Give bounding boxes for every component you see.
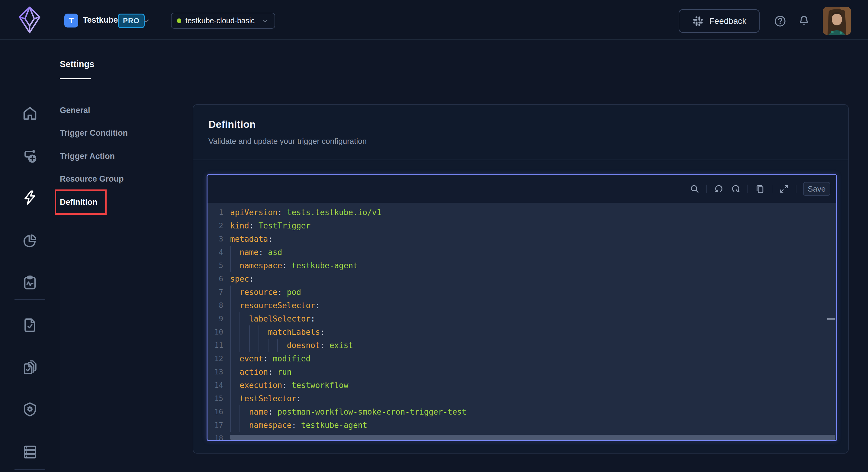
code-line: 1apiVersion: tests.testkube.io/v1 <box>208 206 836 219</box>
card-divider <box>193 159 848 160</box>
code-line: 14execution: testworkflow <box>208 379 836 392</box>
settings-tab[interactable]: Settings <box>60 59 94 69</box>
env-name: testkube-cloud-basic <box>185 16 257 25</box>
org-chevron-down-icon[interactable] <box>142 17 150 25</box>
redo-icon[interactable] <box>731 184 741 194</box>
code-line: 8resourceSelector: <box>208 299 836 312</box>
code-line: 3metadata: <box>208 232 836 246</box>
sources-server-icon[interactable] <box>22 444 38 460</box>
plan-badge: PRO <box>118 13 145 28</box>
org-avatar[interactable]: T <box>64 13 78 28</box>
code-line: 16name: postman-workflow-smoke-cron-trig… <box>208 405 836 418</box>
undo-icon[interactable] <box>714 184 724 194</box>
toolbar-separator <box>747 185 748 193</box>
help-icon[interactable] <box>774 15 786 28</box>
search-icon[interactable] <box>689 184 700 194</box>
test-suites-docs-icon[interactable] <box>22 359 38 375</box>
toolbar-separator <box>796 185 797 193</box>
code-line: 2kind: TestTrigger <box>208 219 836 232</box>
tests-doc-check-icon[interactable] <box>22 317 38 333</box>
environment-selector[interactable]: testkube-cloud-basic <box>171 13 275 29</box>
triggers-lightning-icon[interactable] <box>22 189 38 206</box>
env-chevron-down-icon <box>261 17 269 25</box>
code-lines: 1apiVersion: tests.testkube.io/v12kind: … <box>208 203 836 441</box>
code-line: 12event: modified <box>208 352 836 365</box>
copy-icon[interactable] <box>755 184 765 194</box>
yaml-editor[interactable]: Save 1apiVersion: tests.testkube.io/v12k… <box>207 174 837 441</box>
org-name[interactable]: Testkube <box>83 0 118 40</box>
code-line: 13action: run <box>208 365 836 379</box>
settings-nav-item-general[interactable]: General <box>60 105 90 115</box>
health-clipboard-pulse-icon[interactable] <box>22 274 38 291</box>
settings-nav-item-resource-group[interactable]: Resource Group <box>60 174 124 184</box>
sidebar <box>0 40 60 472</box>
sidebar-divider <box>14 299 45 300</box>
code-line: 4name: asd <box>208 246 836 259</box>
overview-cursor-marker <box>827 318 835 320</box>
trigger-create-icon[interactable] <box>22 148 38 165</box>
testkube-dashboard: T Testkube PRO testkube-cloud-basic Feed… <box>0 0 868 472</box>
settings-nav-item-trigger-action[interactable]: Trigger Action <box>60 151 115 161</box>
user-avatar[interactable] <box>823 7 851 35</box>
toolbar-separator <box>772 185 772 193</box>
expand-icon[interactable] <box>779 184 789 194</box>
code-line: 9labelSelector: <box>208 312 836 325</box>
definition-highlight-box <box>55 189 106 215</box>
code-line: 5namespace: testkube-agent <box>208 259 836 272</box>
executors-shield-gear-icon[interactable] <box>22 401 38 418</box>
save-button[interactable]: Save <box>803 182 830 196</box>
code-line: 6spec: <box>208 272 836 286</box>
testkube-logo[interactable] <box>17 6 42 34</box>
topbar: T Testkube PRO testkube-cloud-basic Feed… <box>0 0 868 40</box>
definition-card: Definition Validate and update your trig… <box>193 104 849 453</box>
code-line: 7resource: pod <box>208 286 836 299</box>
settings-nav-item-trigger-condition[interactable]: Trigger Condition <box>60 128 128 138</box>
horizontal-scrollbar[interactable] <box>230 435 835 440</box>
insights-pie-icon[interactable] <box>22 233 38 249</box>
feedback-button[interactable]: Feedback <box>679 9 760 33</box>
settings-tab-underline <box>60 78 91 79</box>
code-line: 17namespace: testkube-agent <box>208 418 836 432</box>
notifications-bell-icon[interactable] <box>798 15 810 28</box>
slack-icon <box>692 15 704 27</box>
card-subtitle: Validate and update your trigger configu… <box>208 137 367 146</box>
editor-toolbar: Save <box>208 175 836 203</box>
home-icon[interactable] <box>22 106 38 122</box>
feedback-label: Feedback <box>709 16 747 26</box>
card-title: Definition <box>208 118 256 130</box>
code-line: 15testSelector: <box>208 392 836 405</box>
sidebar-divider <box>14 469 45 470</box>
code-line: 11doesnot: exist <box>208 339 836 352</box>
code-editor-area[interactable]: 1apiVersion: tests.testkube.io/v12kind: … <box>208 203 836 441</box>
toolbar-separator <box>706 185 707 193</box>
code-line: 10matchLabels: <box>208 325 836 339</box>
env-status-dot <box>177 19 181 23</box>
